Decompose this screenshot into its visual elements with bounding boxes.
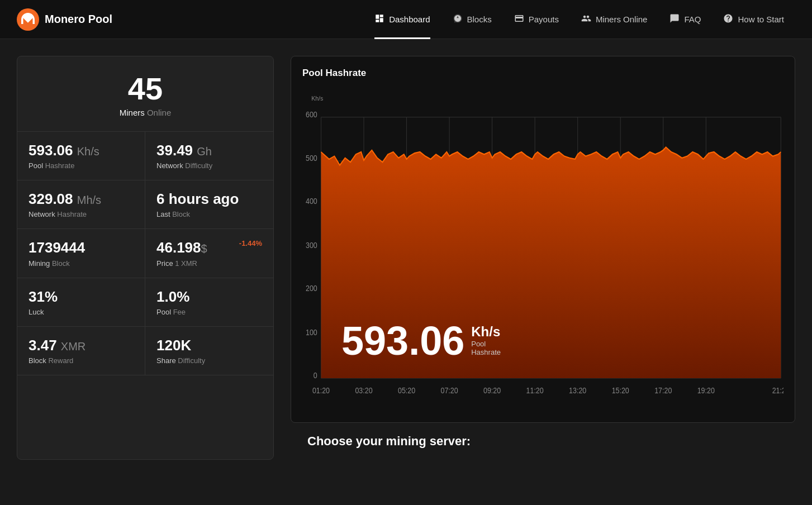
svg-text:05:20: 05:20: [398, 386, 415, 395]
svg-text:17:20: 17:20: [654, 386, 672, 395]
payouts-icon: [514, 13, 524, 26]
svg-text:100: 100: [306, 328, 317, 337]
pool-fee-value: 1.0%: [156, 288, 262, 306]
luck-label: Luck: [29, 308, 134, 316]
svg-text:15:20: 15:20: [612, 386, 629, 395]
dashboard-icon: [374, 13, 384, 26]
chart-card: Pool Hashrate 0 100 200 300 400 500: [291, 56, 795, 423]
nav-faq-label: FAQ: [684, 15, 701, 24]
app-title: Monero Pool: [45, 13, 112, 26]
share-difficulty-label: Share Difficulty: [156, 356, 262, 365]
network-hashrate-value: 329.08 Mh/s: [29, 190, 134, 208]
mining-block-cell: 1739444 Mining Block: [17, 229, 145, 278]
svg-text:200: 200: [306, 284, 317, 293]
miners-online-label: Miners Online: [29, 108, 262, 117]
right-panel: Pool Hashrate 0 100 200 300 400 500: [291, 56, 795, 460]
share-difficulty-cell: 120K Share Difficulty: [145, 327, 273, 375]
main-nav: Dashboard Blocks Payouts Miners Online: [363, 0, 795, 39]
svg-text:0: 0: [314, 371, 317, 380]
network-difficulty-cell: 39.49 Gh Network Difficulty: [145, 132, 273, 180]
chart-title: Pool Hashrate: [302, 68, 783, 79]
svg-text:11:20: 11:20: [526, 386, 544, 395]
chart-area: 0 100 200 300 400 500 600 Kh/s: [302, 87, 783, 411]
network-hashrate-cell: 329.08 Mh/s Network Hashrate: [17, 180, 145, 229]
price-cell: -1.44% 46.198$ Price 1 XMR: [145, 229, 273, 278]
svg-text:19:20: 19:20: [697, 386, 715, 395]
network-hashrate-label: Network Hashrate: [29, 210, 134, 218]
nav-payouts[interactable]: Payouts: [503, 0, 570, 39]
nav-how-to-start-label: How to Start: [738, 15, 784, 24]
svg-text:07:20: 07:20: [441, 386, 458, 395]
network-difficulty-label: Network Difficulty: [156, 161, 262, 170]
svg-text:13:20: 13:20: [569, 386, 586, 395]
pool-hashrate-value: 593.06 Kh/s: [29, 142, 134, 159]
price-label: Price 1 XMR: [156, 259, 262, 268]
svg-text:03:20: 03:20: [355, 386, 372, 395]
nav-payouts-label: Payouts: [529, 15, 559, 24]
block-reward-label: Block Reward: [29, 356, 134, 365]
faq-icon: [669, 13, 680, 26]
hashrate-chart: 0 100 200 300 400 500 600 Kh/s: [302, 87, 783, 411]
last-block-value: 6 hours ago: [156, 190, 262, 208]
bottom-section: Choose your mining server:: [291, 423, 795, 460]
svg-text:01:20: 01:20: [312, 386, 330, 395]
nav-miners-online-label: Miners Online: [596, 15, 648, 24]
nav-how-to-start[interactable]: How to Start: [712, 0, 795, 39]
nav-dashboard[interactable]: Dashboard: [363, 0, 441, 39]
mining-block-label: Mining Block: [29, 259, 134, 268]
svg-text:300: 300: [306, 241, 317, 250]
nav-faq[interactable]: FAQ: [658, 0, 712, 39]
svg-text:600: 600: [306, 110, 317, 119]
nav-dashboard-label: Dashboard: [389, 15, 430, 24]
blocks-icon: [453, 13, 463, 26]
stats-panel: 45 Miners Online 593.06 Kh/s Pool Hashra…: [17, 56, 274, 460]
svg-text:Kh/s: Kh/s: [311, 94, 323, 102]
monero-logo-icon: [17, 8, 39, 31]
miners-online-card: 45 Miners Online: [17, 56, 273, 132]
how-to-start-icon: [723, 13, 733, 26]
nav-blocks-label: Blocks: [467, 15, 492, 24]
miners-count: 45: [29, 73, 262, 104]
share-difficulty-value: 120K: [156, 337, 262, 354]
choose-server-title: Choose your mining server:: [307, 434, 778, 449]
logo-area: Monero Pool: [17, 8, 112, 31]
price-value: -1.44% 46.198$: [156, 239, 262, 256]
svg-text:400: 400: [306, 197, 317, 206]
stats-grid: 593.06 Kh/s Pool Hashrate 39.49 Gh Netwo…: [17, 132, 273, 375]
miners-icon: [581, 13, 591, 26]
last-block-cell: 6 hours ago Last Block: [145, 180, 273, 229]
pool-hashrate-cell: 593.06 Kh/s Pool Hashrate: [17, 132, 145, 180]
pool-hashrate-label: Pool Hashrate: [29, 161, 134, 170]
svg-text:21:20: 21:20: [772, 386, 783, 395]
nav-blocks[interactable]: Blocks: [441, 0, 503, 39]
svg-text:09:20: 09:20: [483, 386, 501, 395]
luck-value: 31%: [29, 288, 134, 306]
pool-fee-cell: 1.0% Pool Fee: [145, 278, 273, 327]
nav-miners-online[interactable]: Miners Online: [570, 0, 659, 39]
network-difficulty-value: 39.49 Gh: [156, 142, 262, 159]
pool-fee-label: Pool Fee: [156, 308, 262, 316]
luck-cell: 31% Luck: [17, 278, 145, 327]
block-reward-value: 3.47 XMR: [29, 337, 134, 354]
last-block-label: Last Block: [156, 210, 262, 218]
mining-block-value: 1739444: [29, 239, 134, 256]
block-reward-cell: 3.47 XMR Block Reward: [17, 327, 145, 375]
svg-text:500: 500: [306, 154, 317, 163]
